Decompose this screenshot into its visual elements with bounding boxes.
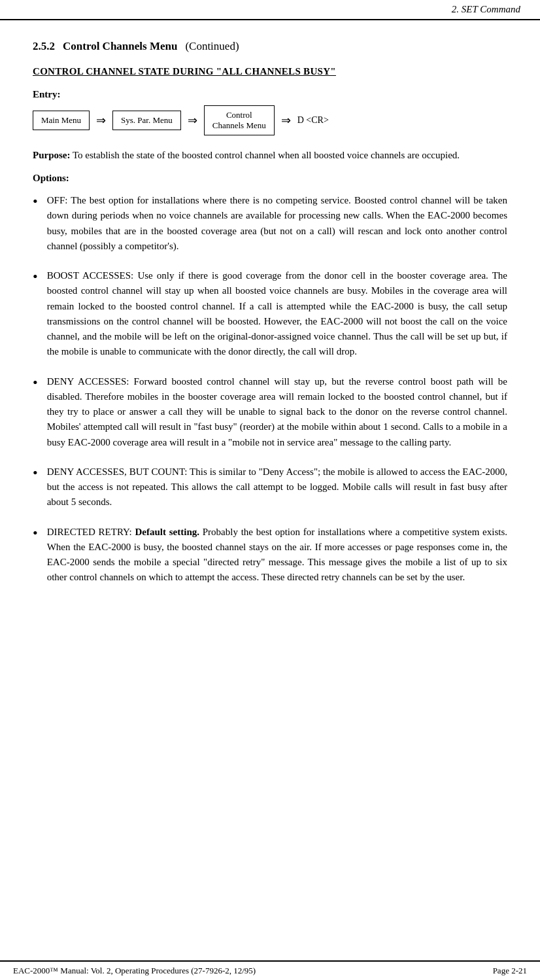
bullet-list: • OFF: The best option for installations… bbox=[33, 193, 507, 586]
bullet-dot: • bbox=[33, 192, 38, 212]
nav-arrow-2: ⇒ bbox=[188, 113, 197, 128]
bullet-dot: • bbox=[33, 373, 38, 393]
header-title: 2. SET Command bbox=[452, 4, 520, 15]
page-footer: EAC-2000™ Manual: Vol. 2, Operating Proc… bbox=[0, 960, 540, 980]
main-content: 2.5.2 Control Channels Menu (Continued) … bbox=[0, 20, 540, 639]
bullet-dot: • bbox=[33, 523, 38, 544]
section-continued: (Continued) bbox=[185, 40, 239, 53]
bullet-text: BOOST ACCESSES: Use only if there is goo… bbox=[47, 268, 507, 360]
section-title: Control Channels Menu bbox=[63, 40, 177, 53]
bullet-text: OFF: The best option for installations w… bbox=[47, 193, 507, 254]
options-heading: Options: bbox=[33, 173, 507, 184]
nav-arrow-1: ⇒ bbox=[96, 113, 106, 128]
nav-box-sys-par: Sys. Par. Menu bbox=[112, 111, 181, 130]
page-header: 2. SET Command bbox=[0, 0, 540, 20]
list-item: • BOOST ACCESSES: Use only if there is g… bbox=[33, 268, 507, 360]
bullet-text: DENY ACCESSES: Forward boosted control c… bbox=[47, 374, 507, 450]
list-item: • DIRECTED RETRY: Default setting. Proba… bbox=[33, 525, 507, 586]
purpose-section: Purpose: To establish the state of the b… bbox=[33, 150, 507, 161]
control-channel-heading: CONTROL CHANNEL STATE DURING "ALL CHANNE… bbox=[33, 66, 507, 77]
list-item: • OFF: The best option for installations… bbox=[33, 193, 507, 254]
directed-retry-bold: Default setting. bbox=[135, 527, 200, 537]
footer-right: Page 2-21 bbox=[493, 966, 527, 976]
directed-retry-normal1: DIRECTED RETRY: bbox=[47, 527, 135, 537]
nav-box-main-menu: Main Menu bbox=[33, 111, 90, 130]
section-number: 2.5.2 bbox=[33, 40, 55, 53]
bullet-dot: • bbox=[33, 463, 38, 483]
section-heading: 2.5.2 Control Channels Menu (Continued) bbox=[33, 40, 507, 53]
purpose-text: To establish the state of the boosted co… bbox=[71, 150, 460, 160]
bullet-dot: • bbox=[33, 267, 38, 287]
footer-left: EAC-2000™ Manual: Vol. 2, Operating Proc… bbox=[13, 966, 256, 976]
list-item: • DENY ACCESSES, BUT COUNT: This is simi… bbox=[33, 464, 507, 510]
nav-arrow-3: ⇒ bbox=[281, 113, 291, 128]
entry-label: Entry: bbox=[33, 89, 507, 100]
purpose-label: Purpose: bbox=[33, 150, 71, 160]
bullet-text: DENY ACCESSES, BUT COUNT: This is simila… bbox=[47, 464, 507, 510]
nav-terminal: D <CR> bbox=[297, 115, 329, 126]
bullet-text-directed-retry: DIRECTED RETRY: Default setting. Probabl… bbox=[47, 525, 507, 586]
nav-box-control-channels: Control Channels Menu bbox=[204, 105, 275, 135]
nav-flow: Main Menu ⇒ Sys. Par. Menu ⇒ Control Cha… bbox=[33, 105, 507, 135]
list-item: • DENY ACCESSES: Forward boosted control… bbox=[33, 374, 507, 450]
